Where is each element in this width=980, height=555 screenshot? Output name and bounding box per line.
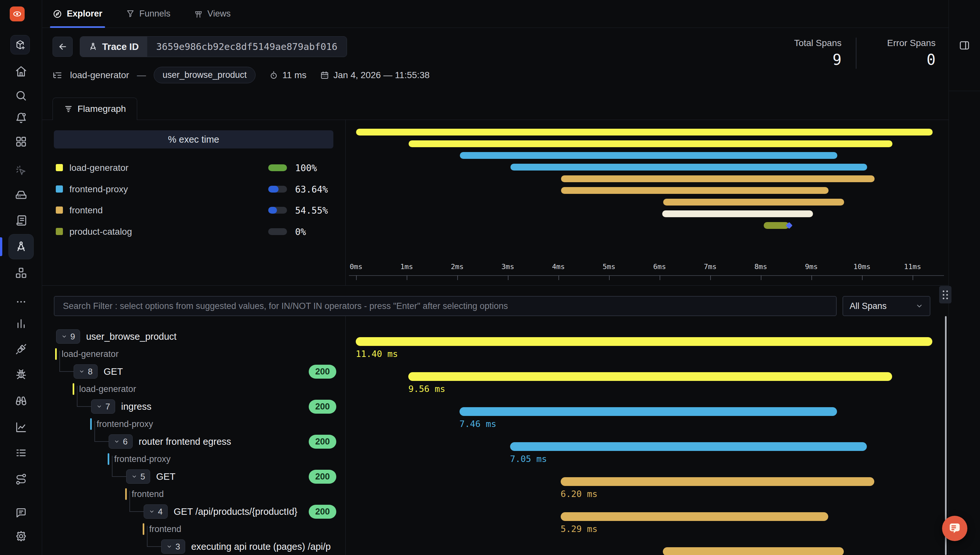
flame-span-bar[interactable] — [561, 187, 829, 194]
nav-route-icon[interactable] — [0, 472, 42, 486]
nav-list-lines-icon[interactable] — [0, 446, 42, 460]
pointer-click-icon — [15, 164, 27, 177]
span-duration-bar[interactable] — [459, 407, 837, 416]
collapse-toggle[interactable]: 3 — [161, 539, 185, 554]
settings-gear-icon — [15, 530, 27, 542]
nav-exceptions-bug-icon[interactable] — [0, 367, 42, 382]
span-name[interactable]: GET — [103, 366, 123, 377]
nav-dashboards-grid-icon[interactable] — [0, 135, 42, 149]
flame-span-bar[interactable] — [764, 222, 789, 229]
span-tree-row: 9user_browse_productload-generator — [42, 327, 345, 363]
nav-pointer-click-icon[interactable] — [0, 164, 42, 178]
trace-id-chip[interactable]: Trace ID 3659e986cb92ec8df5149ae879abf01… — [80, 36, 347, 57]
span-service-row: frontend — [42, 486, 345, 502]
service-name: frontend — [132, 489, 164, 499]
span-name[interactable]: router frontend egress — [138, 436, 231, 447]
nav-services-boxes-icon[interactable] — [0, 266, 42, 280]
time-axis-tick-mark — [913, 275, 913, 280]
arrow-left-icon — [58, 42, 68, 52]
nav-support-chat-icon[interactable] — [0, 506, 42, 520]
traces-compass-icon — [15, 241, 27, 253]
trace-stats: Total Spans 9 Error Spans 0 — [777, 38, 935, 69]
support-chat-icon — [15, 507, 27, 519]
flame-span-bar[interactable] — [662, 210, 813, 217]
collapse-toggle[interactable]: 9 — [56, 329, 80, 343]
span-name[interactable]: GET /api/products/{productId} — [174, 506, 297, 517]
legend-progress-track — [268, 207, 287, 213]
nav-traces-compass-icon[interactable] — [0, 239, 42, 254]
nav-integrations-plug-icon[interactable] — [0, 342, 42, 356]
onboarding-box-plus-button[interactable] — [10, 35, 30, 55]
nav-settings-gear-icon[interactable] — [0, 529, 42, 543]
time-axis-tick-mark — [508, 275, 508, 280]
legend-percent-value: 63.64% — [295, 184, 328, 195]
span-service-row: frontend-proxy — [42, 451, 345, 467]
span-duration-bar[interactable] — [356, 337, 932, 346]
search-filter-input[interactable] — [54, 296, 837, 316]
time-axis-tick-label: 2ms — [451, 263, 464, 271]
toggle-right-panel-button[interactable] — [955, 36, 974, 55]
span-duration-bar[interactable] — [510, 442, 867, 451]
collapse-toggle[interactable]: 4 — [144, 504, 168, 519]
resize-drag-handle[interactable] — [939, 286, 951, 303]
span-duration-bar[interactable] — [561, 512, 828, 521]
nav-hard-drive-icon[interactable] — [0, 188, 42, 202]
span-duration-bar[interactable] — [561, 477, 874, 486]
span-tree-row: 6router frontend egress200frontend-proxy — [42, 433, 345, 467]
nav-home-icon[interactable] — [0, 64, 42, 79]
nav-binoculars-icon[interactable] — [0, 394, 42, 408]
collapse-toggle[interactable]: 8 — [74, 364, 98, 379]
span-duration-label: 9.56 ms — [408, 384, 445, 394]
support-chat-fab[interactable] — [942, 516, 967, 541]
operation-pill[interactable]: user_browse_product — [154, 67, 255, 83]
tab-label: Funnels — [140, 9, 170, 19]
time-axis-tick-label: 8ms — [754, 263, 767, 271]
main-panel: Explorer Funnels Views — [42, 0, 949, 555]
time-axis-tick-label: 5ms — [602, 263, 615, 271]
time-axis-line — [349, 275, 944, 276]
span-duration-bar[interactable] — [408, 372, 892, 381]
nav-more-ellipsis-icon[interactable] — [0, 295, 42, 309]
legend-progress-track — [268, 228, 287, 235]
app-logo[interactable] — [10, 6, 25, 21]
span-duration-bar[interactable] — [663, 547, 844, 555]
root-service-name: load-generator — [70, 70, 129, 80]
flame-span-bar[interactable] — [511, 164, 867, 170]
nav-metrics-bar-chart-icon[interactable] — [0, 316, 42, 330]
error-spans-stat: Error Spans 0 — [871, 38, 935, 68]
flame-span-bar[interactable] — [409, 140, 892, 147]
collapse-toggle[interactable]: 6 — [109, 435, 133, 449]
flame-span-bar[interactable] — [663, 199, 844, 205]
nav-line-chart-icon[interactable] — [0, 420, 42, 435]
trace-id-value: 3659e986cb92ec8df5149ae879abf016 — [147, 37, 347, 57]
tab-views[interactable]: Views — [194, 0, 231, 27]
signoz-trace-detail-view: Explorer Funnels Views — [0, 0, 980, 555]
span-name-row: 3executing api route (pages) /api/p — [42, 537, 345, 555]
legend-row-load-generator: load-generator100% — [42, 160, 346, 175]
nav-search-icon[interactable] — [0, 88, 42, 103]
tab-explorer[interactable]: Explorer — [53, 0, 103, 27]
flame-span-bar[interactable] — [561, 175, 875, 182]
legend-row-product-catalog: product-catalog0% — [42, 224, 346, 239]
stopwatch-icon — [269, 71, 278, 80]
legend-row-frontend-proxy: frontend-proxy63.64% — [42, 181, 346, 196]
span-name[interactable]: user_browse_product — [86, 331, 177, 342]
total-spans-value: 9 — [777, 51, 842, 68]
span-scope-select[interactable]: All Spans — [842, 296, 930, 316]
nav-logs-scroll-icon[interactable] — [0, 213, 42, 228]
tab-funnels[interactable]: Funnels — [126, 0, 170, 27]
span-name[interactable]: GET — [156, 472, 175, 482]
time-axis-tick-label: 9ms — [805, 263, 818, 271]
flame-span-bar[interactable] — [460, 152, 837, 159]
nav-alerts-bell-icon[interactable] — [0, 111, 42, 125]
collapse-toggle[interactable]: 5 — [126, 469, 150, 484]
collapse-toggle[interactable]: 7 — [91, 399, 115, 414]
span-name[interactable]: ingress — [121, 401, 151, 412]
legend-percent-value: 0% — [295, 226, 306, 237]
flame-span-bar[interactable] — [356, 129, 933, 135]
span-name[interactable]: executing api route (pages) /api/p — [191, 541, 331, 552]
back-button[interactable] — [53, 37, 72, 57]
flamegraph-icon — [64, 104, 73, 114]
flamegraph-tab[interactable]: Flamegraph — [53, 98, 137, 120]
metrics-bar-chart-icon — [15, 318, 27, 330]
